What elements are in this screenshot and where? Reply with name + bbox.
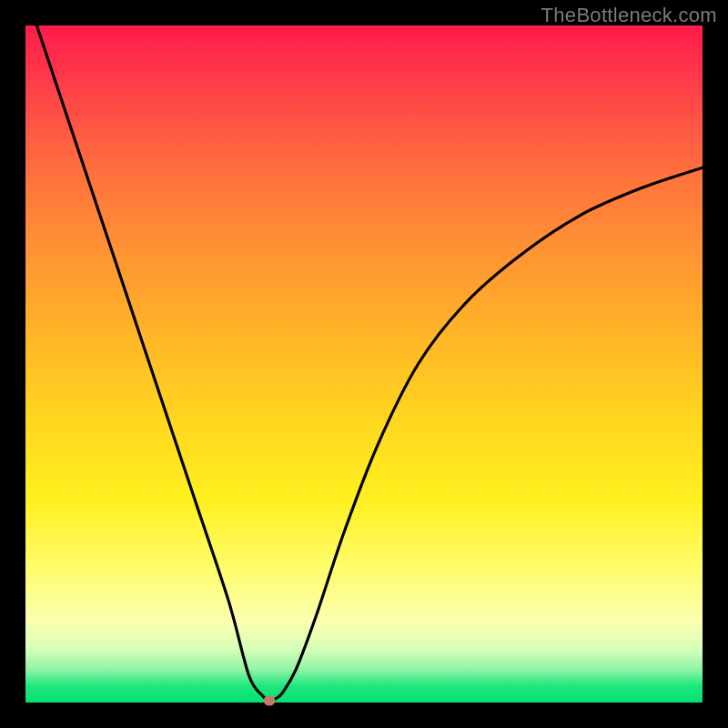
watermark-text: TheBottleneck.com <box>541 4 717 27</box>
bottleneck-curve <box>25 25 703 703</box>
chart-frame: TheBottleneck.com <box>0 0 728 728</box>
plot-area <box>25 25 703 703</box>
minimum-marker <box>263 695 275 705</box>
